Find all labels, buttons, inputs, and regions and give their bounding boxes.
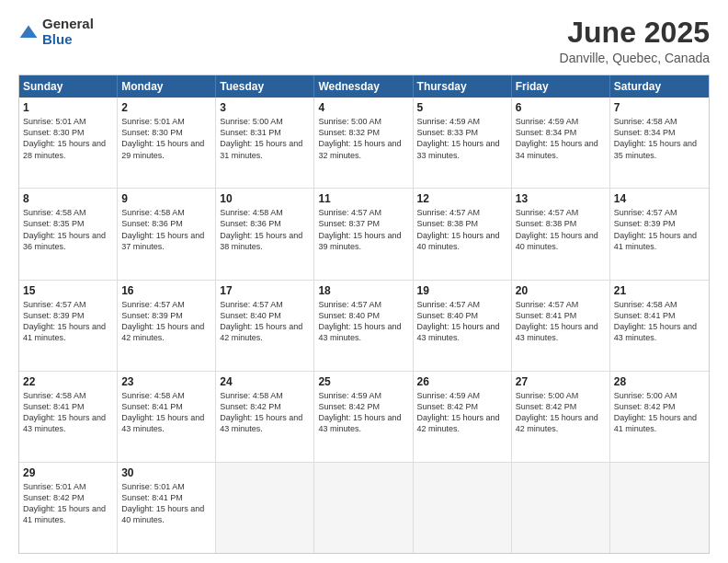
col-thursday: Thursday: [414, 75, 512, 98]
main-title: June 2025: [560, 17, 710, 49]
col-sunday: Sunday: [19, 75, 118, 98]
day-12: 12 Sunrise: 4:57 AMSunset: 8:38 PMDaylig…: [414, 189, 512, 279]
empty-cell-4: [512, 463, 610, 553]
subtitle: Danville, Quebec, Canada: [560, 51, 710, 65]
col-saturday: Saturday: [610, 75, 709, 98]
day-8: 8 Sunrise: 4:58 AMSunset: 8:35 PMDayligh…: [19, 189, 118, 279]
calendar-body: 1 Sunrise: 5:01 AMSunset: 8:30 PMDayligh…: [19, 98, 709, 553]
day-20: 20 Sunrise: 4:57 AMSunset: 8:41 PMDaylig…: [512, 281, 610, 371]
day-1: 1 Sunrise: 5:01 AMSunset: 8:30 PMDayligh…: [19, 98, 118, 188]
day-10: 10 Sunrise: 4:58 AMSunset: 8:36 PMDaylig…: [216, 189, 314, 279]
day-13: 13 Sunrise: 4:57 AMSunset: 8:38 PMDaylig…: [512, 189, 610, 279]
day-11: 11 Sunrise: 4:57 AMSunset: 8:37 PMDaylig…: [314, 189, 413, 279]
calendar-header: Sunday Monday Tuesday Wednesday Thursday…: [19, 75, 709, 98]
title-block: June 2025 Danville, Quebec, Canada: [560, 17, 710, 65]
day-14: 14 Sunrise: 4:57 AMSunset: 8:39 PMDaylig…: [610, 189, 709, 279]
day-2: 2 Sunrise: 5:01 AMSunset: 8:30 PMDayligh…: [118, 98, 216, 188]
logo-icon: [18, 22, 39, 42]
day-9: 9 Sunrise: 4:58 AMSunset: 8:36 PMDayligh…: [118, 189, 216, 279]
logo: General Blue: [18, 17, 94, 47]
day-6: 6 Sunrise: 4:59 AMSunset: 8:34 PMDayligh…: [512, 98, 610, 188]
day-29: 29 Sunrise: 5:01 AMSunset: 8:42 PMDaylig…: [19, 463, 118, 553]
week-row-4: 22 Sunrise: 4:58 AMSunset: 8:41 PMDaylig…: [19, 371, 709, 462]
col-monday: Monday: [118, 75, 216, 98]
day-18: 18 Sunrise: 4:57 AMSunset: 8:40 PMDaylig…: [314, 281, 413, 371]
page: General Blue June 2025 Danville, Quebec,…: [0, 0, 728, 563]
empty-cell-1: [216, 463, 314, 553]
logo-blue: Blue: [42, 32, 94, 48]
day-19: 19 Sunrise: 4:57 AMSunset: 8:40 PMDaylig…: [414, 281, 512, 371]
logo-general: General: [42, 17, 94, 32]
day-7: 7 Sunrise: 4:58 AMSunset: 8:34 PMDayligh…: [610, 98, 709, 188]
day-15: 15 Sunrise: 4:57 AMSunset: 8:39 PMDaylig…: [19, 281, 118, 371]
empty-cell-2: [314, 463, 413, 553]
col-friday: Friday: [512, 75, 610, 98]
week-row-2: 8 Sunrise: 4:58 AMSunset: 8:35 PMDayligh…: [19, 188, 709, 279]
week-row-5: 29 Sunrise: 5:01 AMSunset: 8:42 PMDaylig…: [19, 462, 709, 553]
week-row-3: 15 Sunrise: 4:57 AMSunset: 8:39 PMDaylig…: [19, 280, 709, 371]
day-5: 5 Sunrise: 4:59 AMSunset: 8:33 PMDayligh…: [414, 98, 512, 188]
day-3: 3 Sunrise: 5:00 AMSunset: 8:31 PMDayligh…: [216, 98, 314, 188]
day-22: 22 Sunrise: 4:58 AMSunset: 8:41 PMDaylig…: [19, 372, 118, 462]
day-24: 24 Sunrise: 4:58 AMSunset: 8:42 PMDaylig…: [216, 372, 314, 462]
day-21: 21 Sunrise: 4:58 AMSunset: 8:41 PMDaylig…: [610, 281, 709, 371]
calendar: Sunday Monday Tuesday Wednesday Thursday…: [18, 75, 710, 554]
day-4: 4 Sunrise: 5:00 AMSunset: 8:32 PMDayligh…: [314, 98, 413, 188]
logo-text: General Blue: [42, 17, 94, 47]
empty-cell-5: [610, 463, 709, 553]
day-17: 17 Sunrise: 4:57 AMSunset: 8:40 PMDaylig…: [216, 281, 314, 371]
week-row-1: 1 Sunrise: 5:01 AMSunset: 8:30 PMDayligh…: [19, 98, 709, 188]
day-26: 26 Sunrise: 4:59 AMSunset: 8:42 PMDaylig…: [414, 372, 512, 462]
day-16: 16 Sunrise: 4:57 AMSunset: 8:39 PMDaylig…: [118, 281, 216, 371]
col-wednesday: Wednesday: [314, 75, 413, 98]
day-30: 30 Sunrise: 5:01 AMSunset: 8:41 PMDaylig…: [118, 463, 216, 553]
col-tuesday: Tuesday: [216, 75, 314, 98]
header: General Blue June 2025 Danville, Quebec,…: [18, 17, 710, 65]
empty-cell-3: [414, 463, 512, 553]
day-23: 23 Sunrise: 4:58 AMSunset: 8:41 PMDaylig…: [118, 372, 216, 462]
day-27: 27 Sunrise: 5:00 AMSunset: 8:42 PMDaylig…: [512, 372, 610, 462]
day-25: 25 Sunrise: 4:59 AMSunset: 8:42 PMDaylig…: [314, 372, 413, 462]
day-28: 28 Sunrise: 5:00 AMSunset: 8:42 PMDaylig…: [610, 372, 709, 462]
